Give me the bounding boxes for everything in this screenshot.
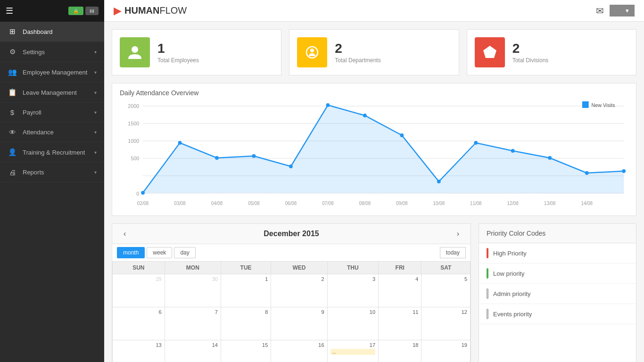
calendar-cell[interactable]: 2 (271, 274, 327, 307)
calendar-cell[interactable]: 3 (327, 274, 379, 307)
sidebar-label-training-recruitment: Training & Recruitment (23, 149, 85, 156)
calendar-cell[interactable]: 6 (113, 307, 165, 340)
calendar-cell[interactable]: 11 (379, 307, 421, 340)
sidebar-item-leave-management[interactable]: 📋 Leave Management ▾ (0, 82, 104, 103)
calendar-today-button[interactable]: today (440, 247, 466, 258)
chevron-icon-employee-management: ▾ (94, 70, 97, 75)
sidebar-item-settings[interactable]: ⚙ Settings ▾ (0, 42, 104, 62)
priority-dot (487, 248, 488, 258)
cal-header-fri: FRI (379, 262, 421, 274)
svg-point-18 (215, 156, 219, 160)
cal-header-wed: WED (271, 262, 327, 274)
content-area: 1 Total Employees 2 Total Departments (104, 22, 644, 362)
bottom-area: ‹ December 2015 › month week day today S… (112, 223, 636, 362)
calendar-prev-button[interactable]: ‹ (120, 229, 130, 239)
svg-point-20 (289, 165, 293, 168)
calendar-month-button[interactable]: month (117, 247, 145, 258)
calendar-cell[interactable]: 8 (221, 307, 271, 340)
sidebar-icon-leave-management: 📋 (8, 88, 17, 97)
sidebar-item-payroll[interactable]: $ Payroll ▾ (0, 103, 104, 123)
calendar-cell[interactable]: 16 (271, 340, 327, 362)
cal-header-tue: TUE (221, 262, 271, 274)
sidebar-item-attendance[interactable]: 👁 Attendance ▾ (0, 123, 104, 142)
calendar-cell[interactable]: 13 (113, 340, 165, 362)
svg-point-16 (141, 191, 145, 195)
toggle-off[interactable]: ▮▮ (85, 7, 99, 15)
calendar-week-button[interactable]: week (147, 247, 172, 258)
chart-title: Daily Attendance Overview (120, 89, 628, 97)
calendar-cell[interactable]: 30 (165, 274, 221, 307)
priority-dot (487, 309, 488, 319)
calendar-cell[interactable]: 10 (327, 307, 379, 340)
calendar-cell[interactable]: 15 (221, 340, 271, 362)
calendar-next-button[interactable]: › (453, 229, 463, 239)
calendar-cell[interactable]: 29 (113, 274, 165, 307)
stat-card-departments: 2 Total Departments (289, 29, 459, 75)
svg-text:03/08: 03/08 (174, 201, 186, 206)
svg-point-26 (511, 149, 515, 153)
departments-number: 2 (335, 41, 380, 56)
calendar-cell[interactable]: 12 (421, 307, 471, 340)
calendar-cell[interactable]: 7 (165, 307, 221, 340)
sidebar-item-dashboard[interactable]: ⊞ Dashboard (0, 22, 104, 42)
calendar-cell[interactable]: 17... (327, 340, 379, 362)
calendar-cell[interactable]: 14 (165, 340, 221, 362)
svg-text:14/08: 14/08 (581, 201, 593, 206)
calendar-body: 29301234567891011121314151617...1819 (113, 274, 471, 362)
calendar-cell[interactable]: 9 (271, 307, 327, 340)
svg-point-25 (474, 141, 478, 145)
user-menu-button[interactable]: ▾ (610, 5, 635, 16)
cal-header-mon: MON (165, 262, 221, 274)
departments-label: Total Departments (335, 57, 380, 64)
svg-text:500: 500 (131, 156, 139, 161)
svg-text:09/08: 09/08 (396, 201, 408, 206)
priority-label: Admin priority (493, 290, 530, 297)
calendar-cell[interactable]: 4 (379, 274, 421, 307)
stat-card-employees: 1 Total Employees (112, 29, 281, 75)
svg-marker-3 (483, 46, 496, 58)
priority-label: Events priority (493, 311, 532, 318)
calendar-day-button[interactable]: day (174, 247, 195, 258)
svg-text:11/08: 11/08 (470, 201, 482, 206)
sidebar-item-employee-management[interactable]: 👥 Employee Management ▾ (0, 62, 104, 82)
logo-icon: ▶ (114, 5, 122, 17)
toggle-on[interactable]: 🔒 (68, 7, 83, 15)
calendar-cell[interactable]: 19 (421, 340, 471, 362)
priority-section: Priority Color Codes High Priority Low p… (479, 223, 636, 362)
employees-label: Total Employees (157, 57, 199, 64)
priority-dot (487, 288, 488, 299)
sidebar-label-leave-management: Leave Management (23, 89, 77, 96)
priority-title: Priority Color Codes (479, 224, 636, 243)
calendar-cell[interactable]: 5 (421, 274, 471, 307)
mail-icon[interactable]: ✉ (596, 5, 604, 16)
svg-point-28 (585, 171, 589, 175)
employees-number: 1 (157, 41, 199, 56)
cal-header-thu: THU (327, 262, 379, 274)
priority-label: Low priority (493, 270, 524, 277)
svg-text:13/08: 13/08 (544, 201, 556, 206)
sidebar-label-dashboard: Dashboard (23, 28, 53, 35)
sidebar-icon-settings: ⚙ (8, 48, 17, 56)
departments-icon-box (297, 37, 327, 67)
svg-text:New Visits: New Visits (592, 102, 616, 108)
calendar-controls: month week day today (112, 244, 471, 261)
svg-point-21 (326, 103, 330, 107)
svg-point-2 (310, 49, 314, 52)
calendar-cell[interactable]: 18 (379, 340, 421, 362)
sidebar-label-settings: Settings (23, 49, 45, 56)
sidebar-item-training-recruitment[interactable]: 👤 Training & Recruitment ▾ (0, 142, 104, 163)
chevron-icon-leave-management: ▾ (94, 90, 97, 95)
hamburger-icon[interactable]: ☰ (6, 6, 13, 16)
calendar-cell[interactable]: 1 (221, 274, 271, 307)
svg-point-23 (400, 133, 404, 137)
svg-point-17 (178, 141, 182, 145)
departments-info: 2 Total Departments (335, 41, 380, 64)
main-content: ▶ HUMANFLOW ✉ ▾ (104, 0, 644, 362)
svg-text:05/08: 05/08 (248, 201, 260, 206)
sidebar-item-reports[interactable]: 🖨 Reports ▾ (0, 163, 104, 182)
svg-text:0: 0 (136, 191, 139, 197)
svg-text:2000: 2000 (128, 103, 139, 109)
priority-label: High Priority (493, 250, 527, 257)
chevron-icon-reports: ▾ (94, 170, 97, 175)
priority-item: Low priority (479, 263, 636, 284)
